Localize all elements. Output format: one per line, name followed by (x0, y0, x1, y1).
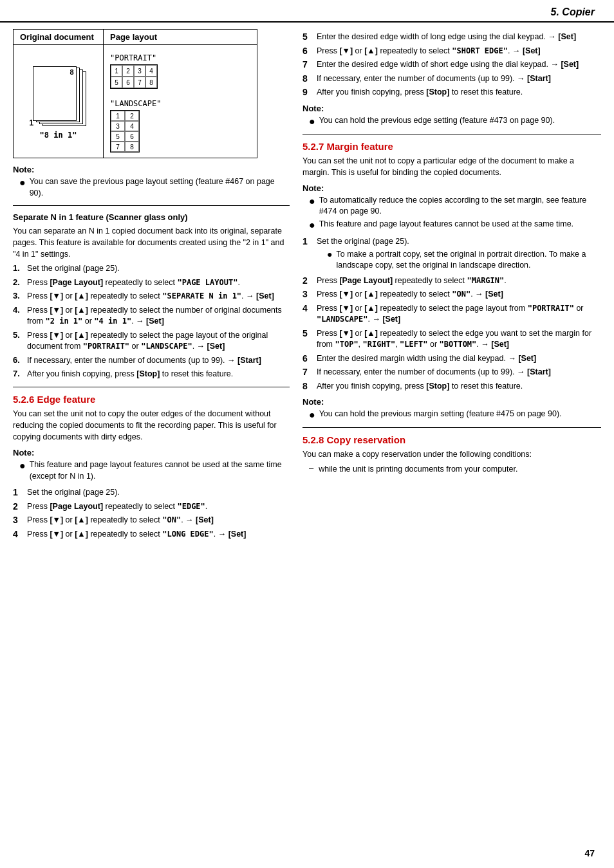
page-number: 47 (584, 848, 595, 858)
step-num: 4. (13, 305, 27, 315)
original-doc-cell: 8 1 "8 in 1" (14, 45, 104, 158)
margin-end-note-bullet: ● You can hold the previous margin setti… (302, 409, 601, 421)
bullet-icon: ● (19, 176, 26, 189)
step-num: 3 (302, 289, 317, 299)
step-content: Press [▼] or [▲] repeatedly to select "O… (27, 515, 214, 526)
edge-section-body: You can set the unit not to copy the out… (13, 408, 290, 443)
grid-cell-7: 7 (134, 77, 145, 88)
separate-step-6: 6. If necessary, enter the number of doc… (13, 355, 290, 367)
step-content: Press [Page Layout] repeatedly to select… (27, 277, 240, 289)
doc-stack: 8 1 (30, 66, 88, 127)
margin-note-title: Note: (302, 183, 601, 193)
edge-steps-continued: 5 Enter the desired edge width of long e… (302, 32, 601, 98)
bullet-icon: ● (309, 115, 315, 127)
separate-step-5: 5. Press [▼] or [▲] repeatedly to select… (13, 330, 290, 353)
step-num: 2 (302, 275, 317, 286)
edge-steps-list: 1 Set the original (page 25). 2 Press [P… (13, 487, 290, 540)
step-num: 1 (302, 236, 317, 246)
margin-step-5: 5 Press [▼] or [▲] repeatedly to select … (302, 328, 601, 351)
margin-note-bullet-2: ● This feature and page layout features … (302, 219, 601, 231)
margin-note-text-1: To automatically reduce the copies accor… (319, 195, 601, 217)
step-num: 3 (13, 515, 27, 525)
section-rule-2 (13, 387, 290, 387)
left-column: Original document Page layout (13, 29, 290, 868)
step-num: 2. (13, 277, 27, 287)
copy-reservation-heading: 5.2.8 Copy reservation (302, 434, 601, 445)
margin-end-note-title: Note: (302, 397, 601, 407)
note-1-bullet: ● You can save the previous page layout … (13, 176, 290, 199)
step-content: If necessary, enter the number of docume… (317, 367, 551, 378)
section-rule-3 (302, 134, 601, 134)
margin-step-3: 3 Press [▼] or [▲] repeatedly to select … (302, 289, 601, 300)
ls-grid-cell-2: 2 (125, 111, 139, 121)
step-num: 5 (302, 32, 317, 42)
margin-step-4: 4 Press [▼] or [▲] repeatedly to select … (302, 303, 601, 326)
copy-reservation-item-text: while the unit is printing documents fro… (319, 463, 517, 475)
separate-step-1: 1. Set the original (page 25). (13, 263, 290, 275)
step-num: 8 (302, 381, 317, 391)
separate-step-7: 7. After you finish copying, press [Stop… (13, 369, 290, 380)
step-num: 4 (13, 529, 27, 539)
margin-note-text-2: This feature and page layout features ca… (319, 219, 573, 230)
edge-step-4: 4 Press [▼] or [▲] repeatedly to select … (13, 529, 290, 540)
separate-section-title: Separate N in 1 feature (Scanner glass o… (13, 212, 290, 222)
grid-cell-3: 3 (134, 65, 145, 77)
ls-grid-cell-6: 6 (125, 131, 139, 142)
right-column: 5 Enter the desired edge width of long e… (302, 29, 601, 868)
grid-cell-2: 2 (122, 65, 134, 77)
edge-note-title: Note: (13, 448, 290, 457)
edge-end-note: Note: ● You can hold the previous edge s… (302, 104, 601, 127)
doc-page-front: 8 (33, 66, 77, 121)
ls-grid-cell-1: 1 (111, 111, 125, 121)
separate-step-4: 4. Press [▼] or [▲] repeatedly to select… (13, 305, 290, 328)
separate-steps-list: 1. Set the original (page 25). 2. Press … (13, 263, 290, 380)
step-num: 6 (302, 46, 317, 56)
edge-step-7: 7 Enter the desired edge width of short … (302, 59, 601, 71)
edge-step-8: 8 If necessary, enter the number of docu… (302, 73, 601, 85)
separate-step-2: 2. Press [Page Layout] repeatedly to sel… (13, 277, 290, 289)
margin-section-body: You can set the unit not to copy a parti… (302, 155, 601, 178)
step-content: Press [▼] or [▲] repeatedly to select "L… (27, 529, 246, 540)
edge-step-5: 5 Enter the desired edge width of long e… (302, 32, 601, 43)
margin-step-6: 6 Enter the desired margin width using t… (302, 353, 601, 365)
edge-note: Note: ● This feature and page layout fea… (13, 448, 290, 482)
sub-bullet-text: To make a portrait copy, set the origina… (336, 249, 601, 272)
note-1-text: You can save the previous page layout se… (30, 176, 290, 199)
step-content: Press [▼] or [▲] repeatedly to select th… (317, 303, 601, 326)
section-rule-1 (13, 205, 290, 206)
step-num: 1 (13, 487, 27, 497)
step-num: 9 (302, 87, 317, 97)
grid-cell-1: 1 (111, 65, 122, 77)
margin-note-bullet-1: ● To automatically reduce the copies acc… (302, 195, 601, 217)
edge-note-bullet: ● This feature and page layout features … (13, 459, 290, 482)
step-content: Set the original (page 25). (27, 263, 120, 275)
landscape-grid: 1 2 3 4 5 6 7 8 (110, 110, 140, 152)
col2-header: Page layout (104, 30, 257, 45)
step-num: 6 (302, 353, 317, 364)
step-content: Press [▼] or [▲] repeatedly to select "O… (317, 289, 503, 300)
bullet-icon: ● (309, 409, 315, 421)
original-doc-label: "8 in 1" (20, 131, 97, 140)
step-content: After you finish copying, press [Stop] t… (317, 87, 523, 98)
step-content: After you finish copying, press [Stop] t… (317, 381, 523, 392)
step-num: 7 (302, 367, 317, 377)
col1-header: Original document (14, 30, 104, 45)
separate-section-body: You can separate an N in 1 copied docume… (13, 225, 290, 260)
edge-step-6: 6 Press [▼] or [▲] repeatedly to select … (302, 46, 601, 57)
bullet-icon: ● (309, 219, 315, 231)
note-1: Note: ● You can save the previous page l… (13, 165, 290, 199)
separate-step-3: 3. Press [▼] or [▲] repeatedly to select… (13, 291, 290, 302)
step-content: After you finish copying, press [Stop] t… (27, 369, 233, 380)
portrait-grid: 1 2 3 4 5 6 7 8 (110, 64, 158, 89)
edge-end-note-title: Note: (302, 104, 601, 113)
edge-end-note-bullet: ● You can hold the previous edge setting… (302, 115, 601, 127)
step-content: Enter the desired edge width of long edg… (317, 32, 576, 43)
step-num: 7. (13, 369, 27, 378)
step-num: 4 (302, 303, 317, 313)
bullet-icon: ● (309, 195, 315, 207)
step-num: 5 (302, 328, 317, 338)
margin-note: Note: ● To automatically reduce the copi… (302, 183, 601, 231)
step-content: Enter the desired edge width of short ed… (317, 59, 579, 71)
step-content: Press [▼] or [▲] repeatedly to select "S… (317, 46, 541, 57)
note-1-title: Note: (13, 165, 290, 174)
